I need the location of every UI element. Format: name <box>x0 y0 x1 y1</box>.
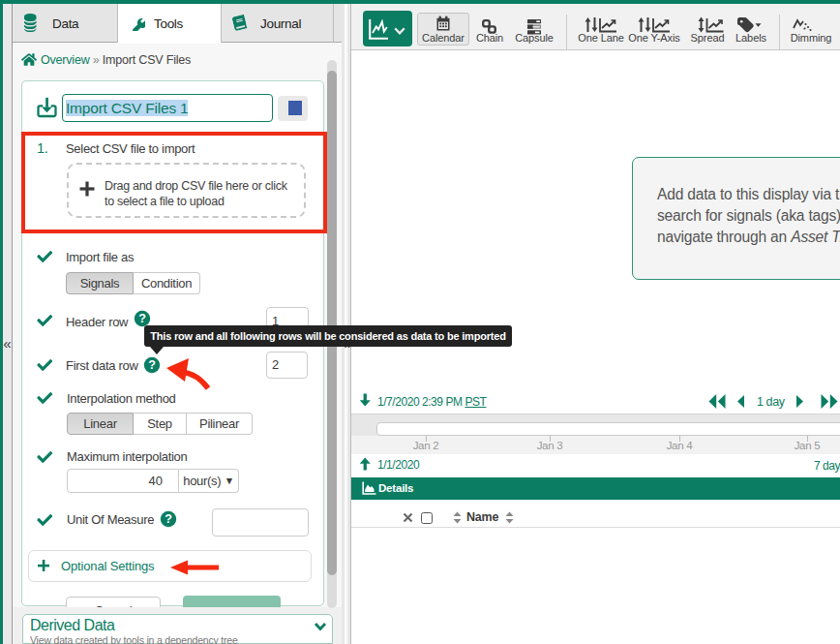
svg-text:?: ? <box>148 358 156 372</box>
svg-text:?: ? <box>138 312 146 325</box>
svg-text:?: ? <box>165 512 172 526</box>
